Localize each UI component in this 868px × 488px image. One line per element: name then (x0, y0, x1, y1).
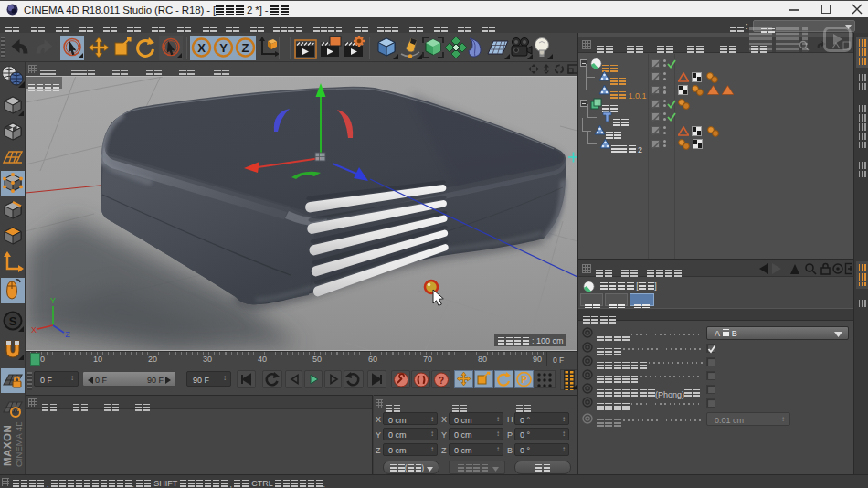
svg-text:?: ? (439, 376, 444, 386)
svg-text:Y: Y (219, 41, 228, 55)
svg-text:CINEMA 4D: CINEMA 4D (14, 422, 24, 467)
svg-text:Y: Y (50, 296, 56, 305)
svg-text:X: X (197, 41, 206, 55)
svg-text:MAXON: MAXON (2, 425, 13, 466)
svg-text:S: S (9, 314, 17, 328)
svg-text:X: X (31, 325, 37, 334)
svg-text:Z: Z (242, 41, 249, 55)
svg-text:Z: Z (65, 330, 70, 339)
svg-text:P: P (521, 375, 527, 385)
